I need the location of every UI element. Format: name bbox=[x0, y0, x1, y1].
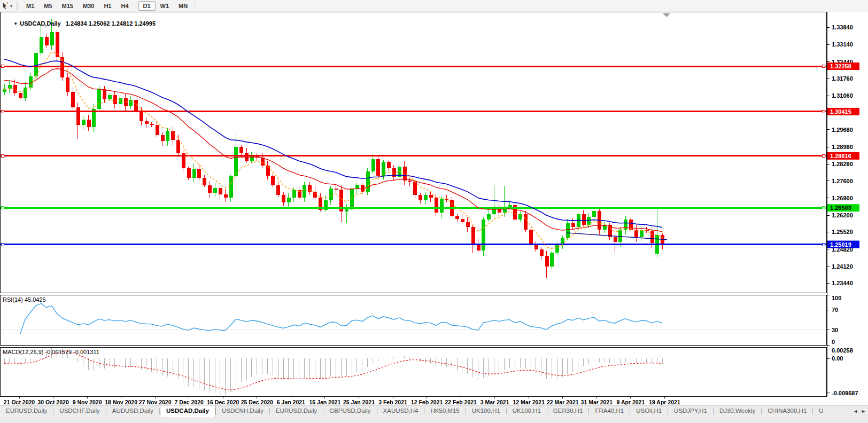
hline-price-box-label: 1.25019 bbox=[830, 241, 851, 248]
cursor-tool-button[interactable]: ▾ bbox=[0, 2, 14, 10]
symbol-tab-usdjpy-h1[interactable]: USDJPY,H1 bbox=[668, 405, 713, 417]
timeframe-button-m1[interactable]: M1 bbox=[21, 1, 39, 11]
timeframe-group: M1M5M15M30H1H4 bbox=[21, 1, 134, 11]
chart-area[interactable]: 1.338401.331401.324401.317601.310601.303… bbox=[0, 12, 868, 405]
date-label: 9 Apr 2021 bbox=[617, 399, 645, 405]
timeframe-button-mn[interactable]: MN bbox=[174, 1, 192, 11]
pane-border bbox=[1, 12, 827, 293]
pane-border bbox=[1, 295, 827, 346]
toolbar-separator-2 bbox=[195, 2, 195, 10]
price-tick-label: 1.26900 bbox=[832, 195, 853, 201]
chevron-down-icon[interactable]: ▾ bbox=[10, 4, 12, 9]
hline-handle[interactable] bbox=[1, 154, 4, 157]
symbol-tab-hk50-m15[interactable]: HK50,M15 bbox=[424, 405, 465, 417]
timeframe-button-h4[interactable]: H4 bbox=[116, 1, 133, 11]
symbol-tab-audusd-daily[interactable]: AUDUSD,Daily bbox=[106, 405, 159, 417]
hline-handle[interactable] bbox=[822, 243, 825, 246]
symbol-tab-usdcad-daily[interactable]: USDCAD,Daily bbox=[160, 405, 215, 417]
hline-1.30415[interactable] bbox=[0, 111, 827, 112]
price-tick-label: 1.33840 bbox=[832, 24, 853, 30]
chart-tabs-bar: EURUSD,DailyUSDCHF,DailyAUDUSD,DailyUSDC… bbox=[0, 405, 868, 423]
timeframe-group-2: D1W1MN bbox=[138, 1, 193, 11]
hline-price-box-label: 1.28616 bbox=[830, 153, 851, 159]
toolbar-separator bbox=[136, 2, 136, 10]
symbol-tab-uk100-h1[interactable]: UK100,H1 bbox=[466, 405, 506, 417]
macd-axis-label: 0.00 bbox=[832, 355, 843, 362]
date-axis: 21 Oct 202030 Oct 20209 Nov 202018 Nov 2… bbox=[4, 396, 680, 405]
chart-menu-icon[interactable]: ▼ bbox=[13, 21, 18, 26]
hline-1.26503[interactable] bbox=[0, 207, 827, 209]
timeframe-button-h1[interactable]: H1 bbox=[99, 1, 116, 11]
hline-handle[interactable] bbox=[822, 154, 825, 157]
price-tick-label: 1.33140 bbox=[832, 41, 853, 48]
date-label: 12 Mar 2021 bbox=[513, 399, 545, 405]
date-label: 21 Oct 2020 bbox=[4, 399, 35, 405]
chart-title: ▼USDCAD,Daily 1.24834 1.25062 1.24812 1.… bbox=[4, 14, 156, 33]
price-tick-label: 1.31060 bbox=[832, 92, 853, 99]
chart-ohlc-values: 1.24834 1.25062 1.24812 1.24995 bbox=[66, 20, 156, 27]
symbol-tab-dj30-weekly[interactable]: DJ30,Weekly bbox=[714, 405, 762, 417]
price-tick-label: 1.26200 bbox=[832, 212, 853, 218]
pane-border bbox=[1, 348, 827, 397]
price-tick-label: 1.23440 bbox=[832, 280, 853, 286]
hline-price-box-label: 1.26503 bbox=[830, 205, 851, 211]
date-label: 18 Nov 2020 bbox=[105, 399, 137, 405]
macd-indicator-label: MACD(12,26,9) -0.001579 -0.001311 bbox=[3, 349, 99, 355]
timeframe-button-d1[interactable]: D1 bbox=[138, 1, 156, 11]
symbol-tab-usdchf-daily[interactable]: USDCHF,Daily bbox=[53, 405, 105, 417]
hline-handle[interactable] bbox=[822, 207, 825, 209]
hline-handle[interactable] bbox=[822, 65, 825, 68]
hline-handle[interactable] bbox=[1, 65, 4, 68]
symbol-tab-usoil-h1[interactable]: USOil,H1 bbox=[630, 405, 668, 417]
date-label: 31 Mar 2021 bbox=[581, 399, 613, 405]
rsi-axis-label: 0 bbox=[832, 339, 835, 345]
symbol-tab-gbpusd-daily[interactable]: GBPUSD,Daily bbox=[323, 405, 376, 417]
hline-1.25019[interactable] bbox=[0, 244, 827, 245]
date-label: 30 Oct 2020 bbox=[37, 399, 69, 405]
symbol-tab-usdcnh-daily[interactable]: USDCNH,Daily bbox=[216, 405, 269, 417]
price-tick-label: 1.24120 bbox=[832, 263, 853, 270]
symbol-tab-xauusd-h4[interactable]: XAUUSD,H4 bbox=[377, 405, 424, 417]
symbol-tab-china300-h1[interactable]: CHINA300,H1 bbox=[762, 405, 812, 417]
rsi-axis-label: 70 bbox=[832, 307, 838, 313]
price-tick-label: 1.31760 bbox=[832, 75, 853, 82]
tab-scroll-left-icon[interactable]: ◄ bbox=[853, 409, 858, 414]
date-label: 7 Dec 2020 bbox=[175, 399, 204, 405]
symbol-tab-eurusd-daily[interactable]: EURUSD,Daily bbox=[0, 405, 53, 417]
date-label: 22 Mar 2021 bbox=[547, 399, 579, 405]
hline-handle[interactable] bbox=[1, 110, 4, 113]
hline-price-box-label: 1.30415 bbox=[830, 108, 851, 115]
date-label: 3 Mar 2021 bbox=[480, 399, 509, 405]
symbol-tab-fra40-h1[interactable]: FRA40,H1 bbox=[589, 405, 630, 417]
cursor-icon bbox=[2, 2, 9, 10]
price-axis: 1.338401.331401.324401.317601.310601.303… bbox=[827, 12, 859, 396]
date-label: 6 Jan 2021 bbox=[277, 399, 305, 405]
tab-scroll-right-icon[interactable]: ► bbox=[861, 409, 866, 414]
hline-handle[interactable] bbox=[1, 243, 4, 246]
price-tick-label: 1.25520 bbox=[832, 229, 853, 235]
symbol-tab-eurusd-daily[interactable]: EURUSD,Daily bbox=[270, 405, 323, 417]
date-label: 15 Jan 2021 bbox=[309, 399, 340, 405]
symbol-tab-uk100-h1[interactable]: UK100,H1 bbox=[507, 405, 547, 417]
macd-axis-label: -0.009687 bbox=[832, 390, 858, 396]
symbol-tab-ger30-h1[interactable]: GER30,H1 bbox=[547, 405, 589, 417]
hline-1.32258[interactable] bbox=[0, 66, 827, 67]
timeframe-button-w1[interactable]: W1 bbox=[156, 1, 174, 11]
chart-symbol-period: USDCAD,Daily bbox=[20, 20, 60, 27]
chart-canvas[interactable]: 1.338401.331401.324401.317601.310601.303… bbox=[0, 12, 868, 405]
symbol-tab-u[interactable]: U bbox=[813, 405, 829, 417]
timeframe-button-m30[interactable]: M30 bbox=[78, 1, 99, 11]
mt4-window: ▾ M1M5M15M30H1H4 D1W1MN 1.338401.331401.… bbox=[0, 0, 868, 423]
rsi-axis-label: 100 bbox=[832, 295, 841, 301]
date-label: 27 Nov 2020 bbox=[139, 399, 172, 405]
toolbar-grip bbox=[17, 2, 19, 10]
date-label: 19 Apr 2021 bbox=[649, 399, 680, 405]
hline-price-box-label: 1.32258 bbox=[830, 63, 851, 69]
hline-handle[interactable] bbox=[822, 110, 825, 113]
hline-handle[interactable] bbox=[1, 207, 4, 209]
timeframe-button-m5[interactable]: M5 bbox=[39, 1, 57, 11]
date-label: 3 Feb 2021 bbox=[378, 399, 407, 405]
rsi-axis-label: 30 bbox=[832, 327, 838, 333]
hline-1.28616[interactable] bbox=[0, 155, 827, 156]
timeframe-button-m15[interactable]: M15 bbox=[57, 1, 78, 11]
